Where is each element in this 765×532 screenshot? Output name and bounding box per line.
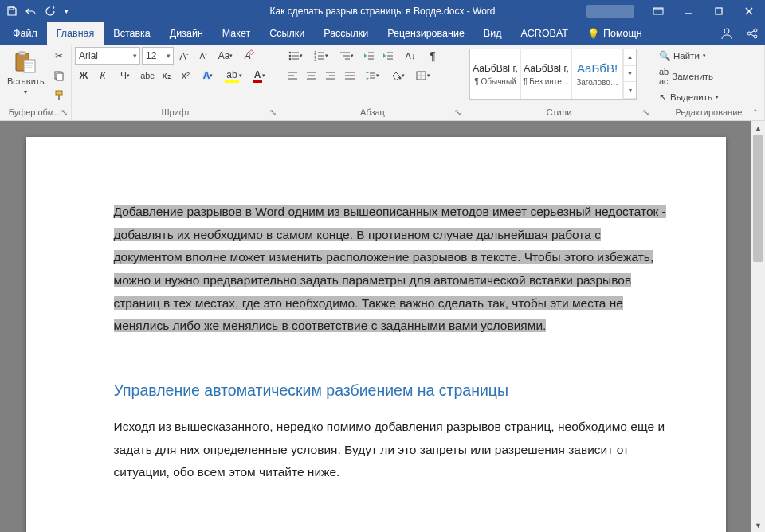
tab-review[interactable]: Рецензирование xyxy=(378,22,474,45)
shrink-font-button[interactable]: Aˇ xyxy=(194,47,212,65)
signin-icon[interactable] xyxy=(714,22,740,45)
italic-button[interactable]: К xyxy=(94,67,112,84)
font-launcher-icon[interactable]: ⤡ xyxy=(268,108,277,117)
change-case-button[interactable]: Aa▾ xyxy=(214,47,237,65)
tab-insert[interactable]: Вставка xyxy=(104,22,159,45)
ribbon-options-icon[interactable] xyxy=(645,2,671,20)
style-sample: АаБбВ! xyxy=(577,61,618,75)
group-paragraph: ▾ 123▾ ▾ A↓ ¶ ▾ ▾ ▾ А xyxy=(280,45,465,120)
superscript-button[interactable]: x² xyxy=(177,67,194,84)
doc-heading[interactable]: Управление автоматическим разбиением на … xyxy=(114,376,670,405)
borders-button[interactable]: ▾ xyxy=(411,67,435,84)
font-color-button[interactable]: A▾ xyxy=(247,67,271,84)
format-painter-button[interactable] xyxy=(50,87,68,104)
replace-button[interactable]: abacЗаменить xyxy=(657,65,721,88)
undo-icon[interactable] xyxy=(22,2,40,20)
scroll-track[interactable] xyxy=(751,135,765,518)
underline-button[interactable]: Ч▾ xyxy=(113,67,137,84)
styles-up-icon[interactable]: ▲ xyxy=(624,49,636,66)
tab-file[interactable]: Файл xyxy=(3,22,47,45)
grow-font-button[interactable]: Aˆ xyxy=(175,47,193,65)
lightbulb-icon: 💡 xyxy=(587,28,600,40)
tab-acrobat[interactable]: ACROBAT xyxy=(511,22,578,45)
selected-link[interactable]: Word xyxy=(255,205,284,218)
select-label: Выделить xyxy=(670,92,712,102)
numbering-button[interactable]: 123▾ xyxy=(309,47,333,65)
group-clipboard: Вставить▾ ✂ Буфер обм…⤡ xyxy=(0,45,72,120)
styles-launcher-icon[interactable]: ⤡ xyxy=(641,108,650,117)
svg-rect-11 xyxy=(24,60,35,72)
svg-point-19 xyxy=(289,52,292,54)
tab-layout[interactable]: Макет xyxy=(213,22,260,45)
account-placeholder xyxy=(586,5,634,18)
share-icon[interactable] xyxy=(740,22,765,45)
subscript-button[interactable]: x₂ xyxy=(158,67,175,84)
align-left-button[interactable] xyxy=(284,67,301,84)
show-marks-button[interactable]: ¶ xyxy=(424,47,441,65)
bullets-button[interactable]: ▾ xyxy=(284,47,308,65)
minimize-icon[interactable] xyxy=(676,2,701,20)
scroll-thumb[interactable] xyxy=(753,135,763,262)
font-size-combo[interactable]: 12 xyxy=(142,47,174,65)
style-no-spacing[interactable]: АаБбВвГг, ¶ Без инте… xyxy=(521,49,572,99)
svg-point-5 xyxy=(724,29,729,33)
maximize-icon[interactable] xyxy=(706,2,732,20)
select-button[interactable]: ↖Выделить▾ xyxy=(657,90,721,104)
svg-point-8 xyxy=(754,35,757,38)
decrease-indent-button[interactable] xyxy=(360,47,378,65)
increase-indent-button[interactable] xyxy=(379,47,397,65)
save-icon[interactable] xyxy=(3,2,21,20)
tell-me-label: Помощн xyxy=(603,28,642,39)
tab-references[interactable]: Ссылки xyxy=(260,22,314,45)
tab-view[interactable]: Вид xyxy=(474,22,512,45)
svg-rect-18 xyxy=(58,95,60,100)
style-sample: АаБбВвГг, xyxy=(524,63,569,74)
align-right-button[interactable] xyxy=(322,67,339,84)
clipboard-launcher-icon[interactable]: ⤡ xyxy=(59,108,69,117)
tell-me[interactable]: 💡Помощн xyxy=(578,22,652,45)
tab-design[interactable]: Дизайн xyxy=(160,22,213,45)
style-normal[interactable]: АаБбВвГг, ¶ Обычный xyxy=(470,49,521,99)
line-spacing-button[interactable]: ▾ xyxy=(360,67,384,84)
find-button[interactable]: 🔍Найти▾ xyxy=(657,49,721,63)
strikethrough-button[interactable]: abc xyxy=(139,67,156,84)
text-effects-button[interactable]: A▾ xyxy=(196,67,220,84)
close-icon[interactable] xyxy=(736,2,762,20)
font-name-combo[interactable]: Arial xyxy=(75,47,140,65)
case-label: Aa xyxy=(218,50,230,61)
document-viewport[interactable]: Добавление разрывов в Word одним из выше… xyxy=(0,121,751,532)
indent-icon xyxy=(382,51,394,61)
doc-body-paragraph[interactable]: Исходя из вышесказанного, нередко помимо… xyxy=(114,416,670,484)
styles-down-icon[interactable]: ▼ xyxy=(624,66,636,83)
align-justify-button[interactable] xyxy=(341,67,359,84)
highlight-button[interactable]: ab▾ xyxy=(222,67,245,84)
paragraph-launcher-icon[interactable]: ⤡ xyxy=(453,108,462,117)
scroll-up-icon[interactable]: ▲ xyxy=(751,121,765,135)
align-center-button[interactable] xyxy=(303,67,320,84)
bold-button[interactable]: Ж xyxy=(75,67,92,84)
clipboard-group-label: Буфер обм… xyxy=(9,108,62,117)
title-bar: ▾ Как сделать разрыв страницы в Ворде.do… xyxy=(0,0,765,22)
svg-rect-0 xyxy=(10,7,14,10)
multilevel-list-button[interactable]: ▾ xyxy=(335,47,359,65)
cut-button[interactable]: ✂ xyxy=(50,47,68,65)
tab-mailings[interactable]: Рассылки xyxy=(314,22,378,45)
paste-button[interactable]: Вставить▾ xyxy=(3,47,49,100)
qat-dropdown-icon[interactable]: ▾ xyxy=(61,2,72,20)
styles-more-icon[interactable]: ▾ xyxy=(624,82,636,99)
redo-icon[interactable] xyxy=(41,2,59,20)
clear-formatting-button[interactable]: A◇ xyxy=(239,47,257,65)
tab-home[interactable]: Главная xyxy=(47,22,104,45)
document-page[interactable]: Добавление разрывов в Word одним из выше… xyxy=(26,137,726,532)
style-heading1[interactable]: АаБбВ! Заголово… xyxy=(572,49,623,99)
shading-button[interactable]: ▾ xyxy=(386,67,410,84)
scroll-down-icon[interactable]: ▼ xyxy=(751,518,765,532)
replace-icon: abac xyxy=(659,67,669,86)
copy-button[interactable] xyxy=(50,67,68,84)
group-styles: АаБбВвГг, ¶ Обычный АаБбВвГг, ¶ Без инте… xyxy=(465,45,653,120)
brush-icon xyxy=(53,90,65,101)
selected-paragraph[interactable]: Добавление разрывов в Word одним из выше… xyxy=(114,201,670,338)
collapse-ribbon-icon[interactable]: ˆ xyxy=(749,108,762,119)
font-group-label: Шрифт xyxy=(161,108,190,117)
sort-button[interactable]: A↓ xyxy=(398,47,422,65)
